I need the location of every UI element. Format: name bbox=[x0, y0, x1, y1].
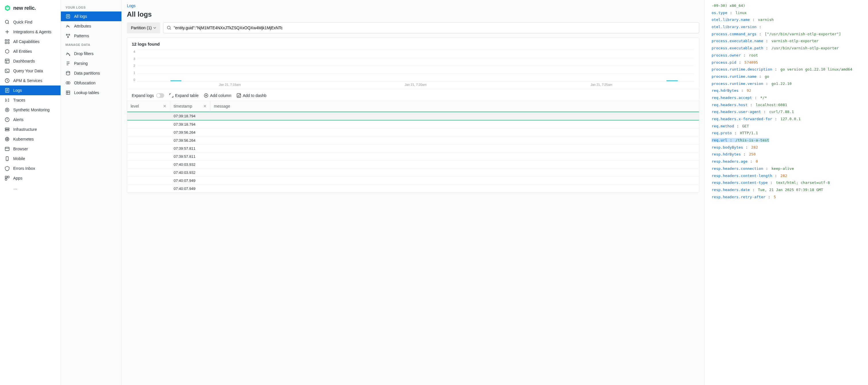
detail-row[interactable]: otel.library.name : varnish bbox=[712, 17, 868, 24]
histogram-bar[interactable] bbox=[170, 80, 182, 81]
detail-value: 92 bbox=[747, 88, 751, 93]
detail-row[interactable]: req.headers.x-forwarded-for : 127.0.0.1 bbox=[712, 116, 868, 123]
table-row[interactable]: 07:39:18.794 bbox=[127, 111, 699, 121]
table-row[interactable]: 07:39:18.794 bbox=[127, 121, 699, 129]
table-row[interactable]: 07:39:57.811 bbox=[127, 153, 699, 161]
detail-key: resp.headers.content-length bbox=[712, 173, 772, 178]
partition-selector[interactable]: Partition (1) bbox=[127, 22, 160, 33]
detail-row[interactable]: resp.headers.retry-after : 5 bbox=[712, 194, 868, 201]
detail-row[interactable]: resp.headers.connection : keep-alive bbox=[712, 165, 868, 172]
column-level[interactable]: level ✕ bbox=[127, 101, 170, 111]
cell-timestamp: 07:40:03.932 bbox=[170, 161, 210, 168]
detail-row[interactable]: process.pid : 574095 bbox=[712, 59, 868, 66]
detail-value: 5 bbox=[774, 195, 776, 199]
detail-row[interactable]: process.runtime.description : go version… bbox=[712, 66, 868, 73]
detail-row[interactable]: req.hdrBytes : 92 bbox=[712, 87, 868, 94]
sidebar-item-obfuscation[interactable]: Obfuscation bbox=[61, 78, 121, 88]
add-to-dashboard-button[interactable]: Add to dashb bbox=[237, 93, 267, 98]
nav-item-entities[interactable]: All Entities bbox=[0, 46, 61, 56]
svg-rect-13 bbox=[5, 130, 9, 131]
detail-row[interactable]: process.executable.path : /usr/bin/varni… bbox=[712, 45, 868, 52]
detail-row[interactable]: resp.headers.content-type : text/html; c… bbox=[712, 179, 868, 187]
column-message[interactable]: message bbox=[210, 101, 699, 111]
detail-row[interactable]: req.proto : HTTP/1.1 bbox=[712, 130, 868, 137]
detail-row[interactable]: req.method : GET bbox=[712, 123, 868, 130]
sidebar-item-lookup-tables[interactable]: Lookup tables bbox=[61, 88, 121, 98]
detail-row[interactable]: resp.headers.age : 0 bbox=[712, 158, 868, 165]
cell-timestamp: 07:39:18.794 bbox=[170, 121, 210, 128]
sidebar-item-data-partitions[interactable]: Data partitions bbox=[61, 68, 121, 78]
detail-row[interactable]: req.headers.host : localhost:6081 bbox=[712, 102, 868, 109]
column-timestamp[interactable]: timestamp ✕ bbox=[170, 101, 210, 111]
sidebar-item-drop-filters[interactable]: Drop filters bbox=[61, 49, 121, 59]
nav-label: All Entities bbox=[13, 49, 32, 54]
detail-row[interactable]: otel.library.version : bbox=[712, 24, 868, 31]
nav-label: Query Your Data bbox=[13, 69, 43, 73]
nav-item-quick-find[interactable]: Quick Find bbox=[0, 17, 61, 27]
cell-timestamp: 07:39:56.264 bbox=[170, 136, 210, 144]
nav-item-capabilities[interactable]: All Capabilities bbox=[0, 37, 61, 46]
cell-level bbox=[127, 169, 170, 177]
nav-label: All Capabilities bbox=[13, 39, 40, 44]
synthetic-icon bbox=[5, 107, 10, 113]
nav-item-traces[interactable]: Traces bbox=[0, 95, 61, 105]
histogram-bar[interactable] bbox=[666, 80, 678, 81]
table-row[interactable]: 07:40:07.949 bbox=[127, 185, 699, 193]
nav-item-infra[interactable]: Infrastructure bbox=[0, 125, 61, 134]
sidebar-item-attributes[interactable]: Attributes bbox=[61, 21, 121, 31]
detail-key: resp.headers.date bbox=[712, 188, 750, 192]
remove-column-level[interactable]: ✕ bbox=[163, 104, 166, 108]
detail-row[interactable]: process.command_args : ["/usr/bin/varnis… bbox=[712, 31, 868, 38]
detail-row[interactable]: process.runtime.name : go bbox=[712, 73, 868, 80]
nav-item-mobile[interactable]: Mobile bbox=[0, 154, 61, 163]
nav-item-errors[interactable]: Errors Inbox bbox=[0, 163, 61, 173]
sidebar-item-parsing[interactable]: Parsing bbox=[61, 59, 121, 68]
nav-item-logs[interactable]: Logs bbox=[0, 86, 61, 95]
detail-row[interactable]: resp.bodyBytes : 282 bbox=[712, 144, 868, 151]
expand-table-button[interactable]: Expand table bbox=[169, 93, 198, 98]
breadcrumb-logs-link[interactable]: Logs bbox=[127, 3, 135, 8]
nav-item-apm[interactable]: APM & Services bbox=[0, 76, 61, 86]
nav-item-dashboards[interactable]: Dashboards bbox=[0, 56, 61, 66]
nav-item-integrations[interactable]: Integrations & Agents bbox=[0, 27, 61, 37]
query-search-box[interactable] bbox=[163, 22, 699, 33]
detail-row[interactable]: resp.hdrBytes : 250 bbox=[712, 151, 868, 158]
svg-rect-19 bbox=[7, 176, 9, 178]
table-row[interactable]: 07:39:56.264 bbox=[127, 136, 699, 145]
nav-item-apps[interactable]: Apps bbox=[0, 173, 61, 183]
detail-row[interactable]: os.type : linux bbox=[712, 9, 868, 17]
browser-icon bbox=[5, 146, 10, 152]
table-row[interactable]: 07:40:07.949 bbox=[127, 177, 699, 185]
detail-row[interactable]: process.owner : root bbox=[712, 52, 868, 59]
detail-row[interactable]: resp.headers.content-length : 282 bbox=[712, 172, 868, 180]
detail-value: go1.22.10 bbox=[772, 82, 792, 86]
nav-item-more[interactable]: … bbox=[0, 183, 61, 193]
table-row[interactable]: 07:39:56.264 bbox=[127, 129, 699, 136]
nav-item-k8s[interactable]: Kubernetes bbox=[0, 134, 61, 144]
sidebar-item-patterns[interactable]: Patterns bbox=[61, 31, 121, 41]
detail-row[interactable]: process.executable.name : varnish-otlp-e… bbox=[712, 38, 868, 45]
detail-row[interactable]: req.url : /this-is-a-test bbox=[712, 137, 868, 144]
query-input[interactable] bbox=[174, 23, 695, 33]
nav-item-alerts[interactable]: Alerts bbox=[0, 115, 61, 125]
query-icon bbox=[5, 68, 10, 73]
nav-item-synthetic[interactable]: Synthetic Monitoring bbox=[0, 105, 61, 115]
cell-message bbox=[210, 121, 699, 128]
sidebar-item-label: Attributes bbox=[74, 24, 91, 28]
sidebar-item-all-logs[interactable]: All logs bbox=[61, 11, 121, 21]
cell-timestamp: 07:39:18.794 bbox=[170, 112, 210, 120]
remove-column-timestamp[interactable]: ✕ bbox=[203, 104, 207, 108]
detail-row[interactable]: resp.headers.date : Tue, 21 Jan 2025 07:… bbox=[712, 187, 868, 194]
expand-logs-toggle[interactable]: Expand logs bbox=[132, 93, 164, 98]
nav-item-browser[interactable]: Browser bbox=[0, 144, 61, 154]
detail-row[interactable]: req.headers.user-agent : curl/7.88.1 bbox=[712, 108, 868, 116]
brand-logo[interactable]: new relic. bbox=[0, 0, 61, 16]
detail-row[interactable]: req.headers.accept : */* bbox=[712, 94, 868, 102]
table-row[interactable]: 07:40:03.932 bbox=[127, 169, 699, 177]
xtick: Jan 21, 7:20am bbox=[322, 82, 508, 87]
detail-row[interactable]: process.runtime.version : go1.22.10 bbox=[712, 80, 868, 88]
table-row[interactable]: 07:40:03.932 bbox=[127, 161, 699, 169]
add-column-button[interactable]: Add column bbox=[204, 93, 231, 98]
nav-item-query[interactable]: Query Your Data bbox=[0, 66, 61, 76]
table-row[interactable]: 07:39:57.811 bbox=[127, 145, 699, 153]
